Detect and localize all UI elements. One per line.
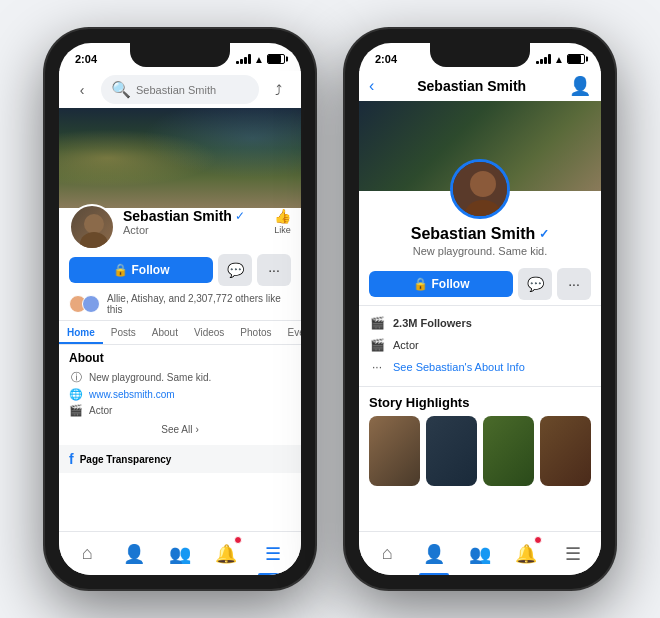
about-link-right[interactable]: ··· See Sebastian's About Info (369, 356, 591, 378)
verified-badge-right: ✓ (539, 227, 549, 241)
nav-menu-left[interactable]: ☰ (250, 532, 296, 575)
follow-label-right: Follow (432, 277, 470, 291)
profile-section-left: Sebastian Smith ✓ Actor 👍 Like (59, 198, 301, 254)
follow-button-left[interactable]: 🔒 Follow (69, 257, 213, 283)
tab-eve-left[interactable]: Eve... (280, 321, 302, 344)
svg-point-0 (84, 214, 104, 234)
home-icon-left: ⌂ (82, 543, 93, 564)
profile-info-left: Sebastian Smith ✓ Actor (123, 204, 266, 236)
nav-home-left[interactable]: ⌂ (64, 532, 110, 575)
nav-menu-right[interactable]: ☰ (550, 532, 596, 575)
action-buttons-left: 🔒 Follow 💬 ··· (59, 254, 301, 290)
see-all-left[interactable]: See All › (69, 420, 291, 439)
lock-icon-follow-left: 🔒 (113, 263, 128, 277)
menu-icon-left: ☰ (265, 543, 281, 565)
search-bar-left[interactable]: 🔍 (101, 75, 259, 104)
profile-name-row-left: Sebastian Smith ✓ (123, 208, 266, 224)
globe-icon-left: 🌐 (69, 388, 83, 401)
profile-icon-left: 👤 (123, 543, 145, 565)
time-right: 2:04 (375, 53, 397, 65)
fb-icon-left: f (69, 451, 74, 467)
nav-tabs-left: Home Posts About Videos Photos Eve... (59, 321, 301, 345)
nav-home-right[interactable]: ⌂ (364, 532, 410, 575)
message-button-right[interactable]: 💬 (518, 268, 552, 300)
like-avatar-2 (82, 295, 100, 313)
likes-text-left: Allie, Atishay, and 2,307,772 others lik… (107, 293, 291, 315)
nav-friends-right[interactable]: 👥 (457, 532, 503, 575)
search-input-left[interactable] (136, 84, 249, 96)
profile-name-right: Sebastian Smith ✓ (359, 225, 601, 243)
avatar-right (450, 159, 510, 219)
more-button-right[interactable]: ··· (557, 268, 591, 300)
page-title-right: Sebastian Smith (417, 78, 526, 94)
nav-notifications-right[interactable]: 🔔 (503, 532, 549, 575)
friends-icon-right: 👥 (469, 543, 491, 565)
wifi-icon-left: ▲ (254, 54, 264, 65)
about-title-left: About (69, 351, 291, 365)
battery-left (267, 54, 285, 64)
about-bio-left: ⓘ New playground. Same kid. (69, 370, 291, 385)
bottom-nav-left: ⌂ 👤 👥 🔔 ☰ (59, 531, 301, 575)
profile-menu-icon-right[interactable]: 👤 (569, 75, 591, 97)
back-button-right[interactable]: ‹ (369, 77, 374, 95)
profile-subtitle-left: Actor (123, 224, 266, 236)
like-icon-left: 👍 (274, 208, 291, 224)
notification-dot-right (534, 536, 542, 544)
verified-badge-left: ✓ (235, 209, 245, 223)
about-job-left: 🎬 Actor (69, 404, 291, 417)
tab-home-left[interactable]: Home (59, 321, 103, 344)
story-item-2[interactable] (426, 416, 477, 486)
nav-profile-right[interactable]: 👤 (410, 532, 456, 575)
tab-posts-left[interactable]: Posts (103, 321, 144, 344)
message-button-left[interactable]: 💬 (218, 254, 252, 286)
message-icon-right: 💬 (527, 276, 544, 292)
follow-button-right[interactable]: 🔒 Follow (369, 271, 513, 297)
battery-right (567, 54, 585, 64)
story-highlights-right: Story Highlights (359, 389, 601, 492)
search-icon-left: 🔍 (111, 80, 131, 99)
nav-notifications-left[interactable]: 🔔 (203, 532, 249, 575)
tab-videos-left[interactable]: Videos (186, 321, 232, 344)
svg-point-3 (470, 171, 496, 197)
cover-photo-right (359, 101, 601, 191)
followers-item-right: 🎬 2.3M Followers (369, 312, 591, 334)
notification-dot-left (234, 536, 242, 544)
story-item-4[interactable] (540, 416, 591, 486)
action-buttons-right: 🔒 Follow 💬 ··· (359, 263, 601, 305)
about-website-left[interactable]: 🌐 www.sebsmith.com (69, 388, 291, 401)
phone-screen-left: 2:04 ▲ ‹ 🔍 ⤴ (59, 43, 301, 575)
story-item-1[interactable] (369, 416, 420, 486)
message-icon-left: 💬 (227, 262, 244, 278)
time-left: 2:04 (75, 53, 97, 65)
more-button-left[interactable]: ··· (257, 254, 291, 286)
top-nav-right: ‹ Sebastian Smith 👤 (359, 71, 601, 101)
story-item-3[interactable] (483, 416, 534, 486)
story-highlights-title-right: Story Highlights (369, 395, 591, 410)
divider-right (359, 386, 601, 387)
follow-label-left: Follow (132, 263, 170, 277)
bell-icon-right: 🔔 (515, 543, 537, 565)
more-icon-left: ··· (268, 262, 280, 278)
info-list-right: 🎬 2.3M Followers 🎬 Actor ··· See Sebasti… (359, 305, 601, 384)
like-label-left: Like (274, 225, 291, 235)
job-icon-left: 🎬 (69, 404, 83, 417)
likes-row-left: Allie, Atishay, and 2,307,772 others lik… (59, 290, 301, 321)
tab-about-left[interactable]: About (144, 321, 186, 344)
lock-icon-follow-right: 🔒 (413, 277, 428, 291)
like-area-left[interactable]: 👍 Like (274, 208, 291, 235)
status-icons-right: ▲ (536, 54, 585, 65)
right-phone: 2:04 ▲ ‹ Sebastian Smith 👤 (345, 29, 615, 589)
nav-friends-left[interactable]: 👥 (157, 532, 203, 575)
bottom-nav-right: ⌂ 👤 👥 🔔 ☰ (359, 531, 601, 575)
followers-icon-right: 🎬 (369, 316, 385, 330)
back-button-left[interactable]: ‹ (69, 77, 95, 103)
share-button-left[interactable]: ⤴ (265, 77, 291, 103)
nav-profile-left[interactable]: 👤 (110, 532, 156, 575)
notch-left (130, 43, 230, 67)
signal-bars-right (536, 54, 551, 64)
active-indicator-right (419, 573, 449, 575)
friends-icon-left: 👥 (169, 543, 191, 565)
menu-icon-right: ☰ (565, 543, 581, 565)
profile-bio-right: New playground. Same kid. (359, 245, 601, 257)
tab-photos-left[interactable]: Photos (232, 321, 279, 344)
